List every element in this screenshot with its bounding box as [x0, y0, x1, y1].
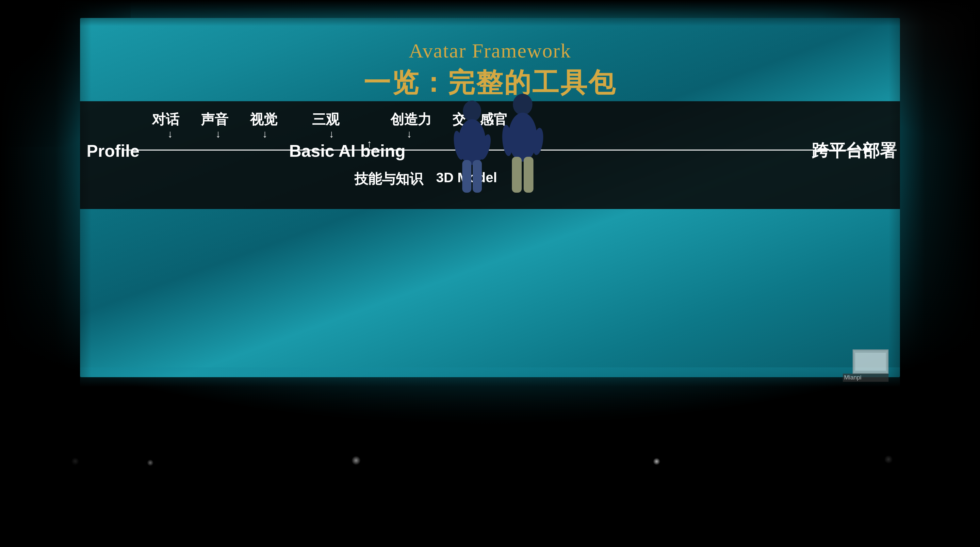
label-skills-knowledge: 技能与知识 — [355, 170, 423, 188]
svg-rect-8 — [512, 157, 522, 193]
arrow-shijue: ↓ — [262, 128, 267, 140]
top-dark-overlay — [0, 0, 980, 26]
arrow-shengyin: ↓ — [216, 128, 221, 140]
label-shijue: 视觉 — [250, 110, 277, 129]
svg-rect-9 — [523, 157, 533, 193]
label-basic-ai-being: Basic AI being — [289, 141, 406, 161]
monitor-brand-label: Mianpi — [843, 374, 889, 382]
svg-rect-3 — [473, 160, 482, 193]
svg-point-6 — [513, 94, 533, 115]
arrow-sanguan: ↓ — [329, 128, 334, 140]
label-sanguan: 三观 — [312, 110, 339, 129]
label-cross-platform: 跨平台部署 — [812, 140, 897, 162]
label-profile: Profile — [87, 141, 140, 161]
label-duihua: 对话 — [152, 110, 179, 129]
monitor-brand-text: Mianpi — [844, 374, 861, 381]
label-chuangli: 创造力 — [390, 110, 431, 129]
presenter-left — [452, 100, 492, 204]
main-timeline — [123, 149, 870, 151]
monitor-display — [853, 350, 889, 374]
arrow-chuangli: ↓ — [407, 128, 412, 140]
slide-title-area: Avatar Framework 一览：完整的工具包 — [80, 39, 900, 101]
svg-point-0 — [463, 100, 481, 121]
scene: Avatar Framework 一览：完整的工具包 对话 声音 视觉 三观 创… — [0, 0, 980, 547]
slide-title-english: Avatar Framework — [80, 39, 900, 62]
slide-title-chinese: 一览：完整的工具包 — [80, 65, 900, 101]
svg-point-7 — [508, 113, 537, 162]
presenter-right — [501, 93, 544, 204]
arrow-duihua: ↓ — [167, 128, 173, 140]
corner-overlay-br — [784, 384, 980, 547]
svg-point-56 — [352, 456, 361, 465]
corner-overlay-bl — [0, 384, 196, 547]
label-shengyin: 声音 — [201, 110, 228, 129]
svg-point-57 — [653, 458, 660, 465]
svg-rect-2 — [462, 160, 471, 193]
slide-panel: Avatar Framework 一览：完整的工具包 对话 声音 视觉 三观 创… — [80, 18, 900, 377]
